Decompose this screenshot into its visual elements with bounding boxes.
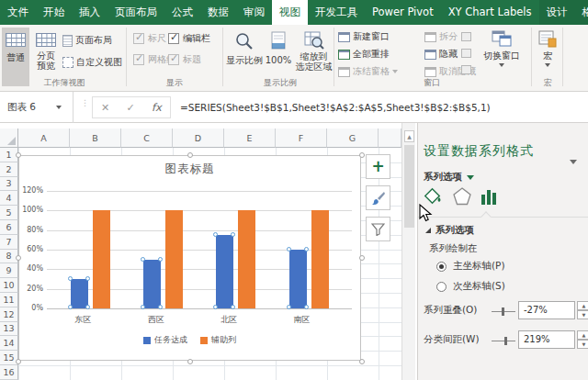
tab-审阅[interactable]: 审阅 <box>236 0 272 25</box>
chart-elements-button[interactable]: + <box>366 154 390 179</box>
series-selection-handle[interactable] <box>85 276 90 281</box>
series-selection-handle[interactable] <box>141 305 145 309</box>
primary-axis-radio[interactable]: 主坐标轴(P) <box>436 260 505 273</box>
formula-bar-checkbox[interactable]: ✓ 编辑栏 <box>168 32 210 45</box>
bar-辅助列-东区[interactable] <box>93 210 110 308</box>
column-header-C[interactable]: C <box>121 129 173 148</box>
scroll-up-icon[interactable]: ▲ <box>404 130 414 142</box>
series-selection-handle[interactable] <box>141 257 145 262</box>
row-header-9[interactable]: 9 <box>0 263 18 278</box>
name-box-splitter[interactable]: ⋮ <box>81 101 83 114</box>
chart-legend[interactable]: 任务达成辅助列 <box>19 334 360 346</box>
switch-windows-button[interactable]: 切换窗口 <box>480 28 524 86</box>
tab-页面布局[interactable]: 页面布局 <box>107 0 164 25</box>
column-header-G[interactable]: G <box>327 129 379 148</box>
tab-插入[interactable]: 插入 <box>72 0 107 25</box>
slider-thumb[interactable] <box>504 337 507 345</box>
page-layout-button[interactable]: 页面布局 <box>62 34 112 47</box>
chart-resize-handle[interactable] <box>16 255 21 261</box>
row-header-6[interactable]: 6 <box>0 220 18 235</box>
gap-width-input[interactable]: 219% <box>518 330 575 349</box>
series-selection-handle[interactable] <box>304 247 309 251</box>
chart-resize-handle[interactable] <box>359 359 365 364</box>
row-header-7[interactable]: 7 <box>0 235 18 250</box>
gap-width-slider[interactable] <box>492 341 515 341</box>
slider-thumb[interactable] <box>502 307 504 316</box>
arrange-all-button[interactable]: 全部重排 <box>338 48 390 61</box>
chart-resize-handle[interactable] <box>187 359 193 364</box>
formula-input[interactable]: =SERIES(Sheet3!$B$1,Sheet3!$A$2:$A$5,She… <box>180 92 491 123</box>
freeze-panes-button[interactable]: 冻结窗格 <box>338 65 398 78</box>
row-header-10[interactable]: 10 <box>0 278 18 293</box>
column-header-B[interactable]: B <box>70 129 121 148</box>
tab-文件[interactable]: 文件 <box>0 0 36 25</box>
column-header-partial[interactable] <box>379 129 401 148</box>
bar-任务达成-西区[interactable] <box>143 260 161 308</box>
tab-Power Pivot[interactable]: Power Pivot <box>365 0 441 25</box>
hide-button[interactable]: 隐藏 <box>424 48 458 61</box>
chart-filters-button[interactable] <box>366 217 390 241</box>
tab-公式[interactable]: 公式 <box>164 0 200 25</box>
tab-series-options[interactable] <box>479 185 501 207</box>
bar-任务达成-东区[interactable] <box>71 279 88 308</box>
bar-辅助列-西区[interactable] <box>165 210 183 308</box>
tab-开发工具[interactable]: 开发工具 <box>308 0 365 25</box>
row-header-12[interactable]: 12 <box>0 307 18 322</box>
series-selection-handle[interactable] <box>68 276 73 281</box>
spin-up-icon[interactable]: ▲ <box>577 301 588 310</box>
chart-resize-handle[interactable] <box>359 255 365 261</box>
chart-styles-button[interactable] <box>366 185 390 210</box>
row-header-14[interactable]: 14 <box>0 336 18 351</box>
spin-down-icon[interactable]: ▼ <box>577 340 588 349</box>
ruler-checkbox[interactable]: ✓ 标尺 <box>133 32 166 45</box>
row-header-16[interactable]: 16 <box>0 365 18 380</box>
row-header-3[interactable]: 3 <box>0 177 18 192</box>
row-header-11[interactable]: 11 <box>0 293 18 307</box>
series-selection-handle[interactable] <box>158 305 163 309</box>
row-header-2[interactable]: 2 <box>0 162 18 177</box>
column-header-E[interactable]: E <box>224 129 276 148</box>
insert-function-icon[interactable]: fx <box>152 101 162 114</box>
column-header-D[interactable]: D <box>173 129 224 148</box>
series-selection-handle[interactable] <box>231 232 235 237</box>
scrollbar-thumb[interactable] <box>404 145 414 228</box>
select-all-corner[interactable] <box>0 129 18 148</box>
name-box[interactable]: 图表 6 <box>0 92 74 123</box>
cancel-icon[interactable]: ✕ <box>101 102 109 114</box>
chart-title[interactable]: 图表标题 <box>19 162 360 177</box>
row-header-5[interactable]: 5 <box>0 206 18 220</box>
chart-resize-handle[interactable] <box>359 152 365 158</box>
reset-window-position-icon[interactable] <box>461 65 471 74</box>
legend-item-任务达成[interactable]: 任务达成 <box>143 334 187 346</box>
spin-down-icon[interactable]: ▼ <box>577 310 588 319</box>
view-side-by-side-icon[interactable] <box>461 32 471 41</box>
column-header-F[interactable]: F <box>276 129 327 148</box>
tab-开始[interactable]: 开始 <box>36 0 72 25</box>
tab-XY Chart Labels[interactable]: XY Chart Labels <box>441 0 539 25</box>
bar-任务达成-北区[interactable] <box>216 235 233 308</box>
chart-object[interactable]: 图表标题 任务达成辅助列 120%100%80%60%40%20%0%东区西区北… <box>18 155 361 361</box>
series-selection-handle[interactable] <box>68 305 73 309</box>
series-selection-handle[interactable] <box>158 257 163 262</box>
headings-checkbox[interactable]: ✓ 标题 <box>168 53 201 66</box>
series-selection-handle[interactable] <box>287 305 291 309</box>
tab-格式[interactable]: 格式 <box>575 0 588 25</box>
bar-任务达成-南区[interactable] <box>289 250 307 308</box>
tab-effects[interactable] <box>451 185 473 207</box>
chart-resize-handle[interactable] <box>16 359 21 364</box>
tab-视图[interactable]: 视图 <box>272 0 308 25</box>
new-window-button[interactable]: 新建窗口 <box>338 30 390 43</box>
series-options-dropdown[interactable]: 系列选项 <box>424 171 474 184</box>
tab-设计[interactable]: 设计 <box>539 0 575 25</box>
custom-views-button[interactable]: 自定义视图 <box>62 56 122 69</box>
bar-辅助列-南区[interactable] <box>311 210 329 308</box>
tab-数据[interactable]: 数据 <box>200 0 236 25</box>
series-overlap-input[interactable]: -27% <box>518 301 575 319</box>
series-options-section-header[interactable]: 系列选项 <box>425 224 474 237</box>
column-header-A[interactable]: A <box>18 129 70 148</box>
series-overlap-slider[interactable] <box>492 311 515 312</box>
secondary-axis-radio[interactable]: 次坐标轴(S) <box>436 280 505 293</box>
synchronous-scrolling-icon[interactable] <box>461 49 471 58</box>
series-selection-handle[interactable] <box>287 247 291 251</box>
vertical-scrollbar[interactable]: ▲ <box>401 123 415 380</box>
